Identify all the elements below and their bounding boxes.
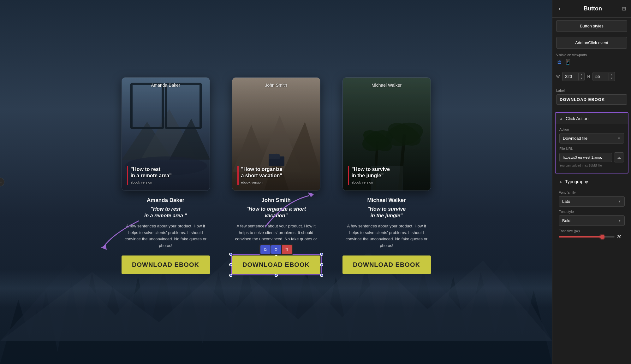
card-info-desc-3: A few sentences about your product. How … xyxy=(342,223,431,249)
font-style-value: Bold xyxy=(562,218,570,223)
card-subtitle-2: ebook version xyxy=(241,180,283,184)
panel-title: Button xyxy=(564,5,622,12)
grid-icon: ⊞ xyxy=(622,6,626,11)
button-with-selection: DOWNLOAD EBOOK xyxy=(232,255,320,274)
h-label: H xyxy=(587,74,590,79)
settings-icon: ⚙ xyxy=(274,247,278,252)
typography-body: Font family Lato ▼ Font style Bold ▼ Fon… xyxy=(555,187,628,242)
delete-icon: 🗑 xyxy=(285,247,289,252)
panel-back-btn[interactable]: ← xyxy=(557,5,564,12)
download-btn-3[interactable]: DOWNLOAD EBOOK xyxy=(342,255,431,274)
w-input[interactable]: 220 ▲ ▼ xyxy=(562,72,585,81)
label-field-value[interactable]: DOWNLOAD EBOOK xyxy=(556,94,627,105)
card-subtitle-3: ebook version xyxy=(352,180,390,184)
card-title-3: "How to survivein the jungle" xyxy=(352,166,390,179)
card-info-author-3: Michael Walker xyxy=(342,197,431,203)
typography-section: ▲ Typography Font family Lato ▼ Font sty… xyxy=(555,176,628,242)
selection-toolbar: ⧉ ⚙ 🗑 xyxy=(259,244,293,255)
card-text-1: "How to restin a remote area" ebook vers… xyxy=(127,166,172,185)
desktop-viewport-icon[interactable]: 🖥 xyxy=(556,59,562,66)
w-decrement-btn[interactable]: ▼ xyxy=(579,77,584,80)
click-action-section: ▲ Click Action Action Download file ▼ Fi… xyxy=(555,112,628,173)
font-size-label: Font size (px) xyxy=(559,229,625,233)
card-text-3: "How to survivein the jungle" ebook vers… xyxy=(348,166,390,185)
font-family-select[interactable]: Lato ▼ xyxy=(559,196,625,207)
card-divider-2 xyxy=(237,166,239,185)
toolbar-settings-btn[interactable]: ⚙ xyxy=(271,245,281,254)
copy-icon: ⧉ xyxy=(264,247,267,252)
click-action-chevron-icon: ▲ xyxy=(559,116,563,121)
right-panel: ← Button ⊞ Button styles Add onClick eve… xyxy=(552,0,631,364)
panel-header: ← Button ⊞ xyxy=(552,0,631,18)
card-content-2: "How to organizea short vacation" ebook … xyxy=(237,166,315,185)
upload-icon: ☁ xyxy=(617,155,621,160)
typography-title: Typography xyxy=(565,179,588,184)
font-family-value: Lato xyxy=(562,199,570,204)
card-title-1: "How to restin a remote area" xyxy=(131,166,172,179)
h-increment-btn[interactable]: ▲ xyxy=(609,73,615,77)
mobile-viewport-icon[interactable]: 📱 xyxy=(564,59,571,66)
handle-mr[interactable] xyxy=(320,263,323,266)
w-increment-btn[interactable]: ▲ xyxy=(579,73,584,77)
click-action-header[interactable]: ▲ Click Action xyxy=(556,113,628,124)
book-cover-michael: Michael Walker "How to survivein the jun… xyxy=(342,77,431,191)
typography-header[interactable]: ▲ Typography xyxy=(555,176,628,187)
font-size-value: 20 xyxy=(617,235,625,239)
h-spinners: ▲ ▼ xyxy=(609,73,615,80)
card-author-top-3: Michael Walker xyxy=(343,83,431,88)
collapse-icon: ─ xyxy=(0,179,2,185)
card-info-author-2: John Smith xyxy=(232,197,320,203)
font-size-thumb[interactable] xyxy=(600,235,604,239)
card-info-amanda: Amanda Baker "How to restin a remote are… xyxy=(122,197,210,255)
card-divider-1 xyxy=(127,166,128,185)
click-action-title: Click Action xyxy=(566,116,588,121)
card-content-1: "How to restin a remote area" ebook vers… xyxy=(127,166,205,185)
card-info-michael: Michael Walker "How to survivein the jun… xyxy=(342,197,431,255)
download-btn-2[interactable]: DOWNLOAD EBOOK xyxy=(232,255,320,274)
card-john: John Smith "How to organizea short vacat… xyxy=(227,77,325,274)
button-styles-btn[interactable]: Button styles xyxy=(556,20,627,32)
card-title-2: "How to organizea short vacation" xyxy=(241,166,283,179)
h-input[interactable]: 55 ▲ ▼ xyxy=(592,72,615,81)
font-size-row: 20 xyxy=(559,235,625,239)
action-select[interactable]: Download file ▼ xyxy=(559,133,624,144)
toolbar-delete-btn[interactable]: 🗑 xyxy=(282,245,292,254)
card-divider-3 xyxy=(348,166,349,185)
card-text-2: "How to organizea short vacation" ebook … xyxy=(237,166,283,185)
panel-grid-btn[interactable]: ⊞ xyxy=(622,6,626,12)
card-info-title-3: "How to survivein the jungle" xyxy=(342,206,431,219)
book-cover-amanda: Amanda Baker "How to restin a remote are… xyxy=(122,77,210,191)
font-style-select[interactable]: Bold ▼ xyxy=(559,215,625,226)
font-style-label: Font style xyxy=(559,210,625,214)
file-upload-btn[interactable]: ☁ xyxy=(614,152,624,162)
cards-container: Amanda Baker "How to restin a remote are… xyxy=(117,71,436,274)
file-url-input[interactable]: https://s3-eu-west-1.ama: xyxy=(559,153,612,162)
file-hint: You can upload max 16MB file xyxy=(559,164,624,167)
viewports-section: Visible on viewports 🖥 📱 xyxy=(552,51,631,71)
file-url-label: File URL xyxy=(559,147,624,150)
label-section: Label DOWNLOAD EBOOK xyxy=(552,87,631,111)
card-author-top-2: John Smith xyxy=(232,83,320,88)
card-info-desc-1: A few sentences about your product. How … xyxy=(122,223,210,249)
canvas-area: Amanda Baker "How to restin a remote are… xyxy=(0,0,552,364)
dimensions-row: W 220 ▲ ▼ H 55 ▲ ▼ xyxy=(556,72,627,81)
w-spinners: ▲ ▼ xyxy=(578,73,584,80)
download-btn-1[interactable]: DOWNLOAD EBOOK xyxy=(122,255,210,274)
font-style-dropdown-icon: ▼ xyxy=(618,219,621,222)
card-subtitle-1: ebook version xyxy=(131,180,172,184)
selected-button-container: ⧉ ⚙ 🗑 DOWNLOAD EBOOK xyxy=(232,255,320,274)
dimensions-section: W 220 ▲ ▼ H 55 ▲ ▼ xyxy=(552,71,631,87)
viewport-icons-row: 🖥 📱 xyxy=(556,59,627,66)
w-value: 220 xyxy=(563,72,578,81)
card-info-title-1: "How to restin a remote area " xyxy=(122,206,210,219)
toolbar-copy-btn[interactable]: ⧉ xyxy=(260,245,271,254)
card-info-title-2: "How to organize a shortvacation" xyxy=(232,206,320,219)
add-onclick-btn[interactable]: Add onClick event xyxy=(556,37,627,49)
book-cover-john: John Smith "How to organizea short vacat… xyxy=(232,77,320,191)
w-label: W xyxy=(556,74,560,79)
viewports-label: Visible on viewports xyxy=(556,53,627,57)
handle-tr[interactable] xyxy=(320,253,323,256)
font-size-slider[interactable] xyxy=(559,236,615,238)
h-decrement-btn[interactable]: ▼ xyxy=(609,77,615,80)
label-field-label: Label xyxy=(556,89,627,92)
